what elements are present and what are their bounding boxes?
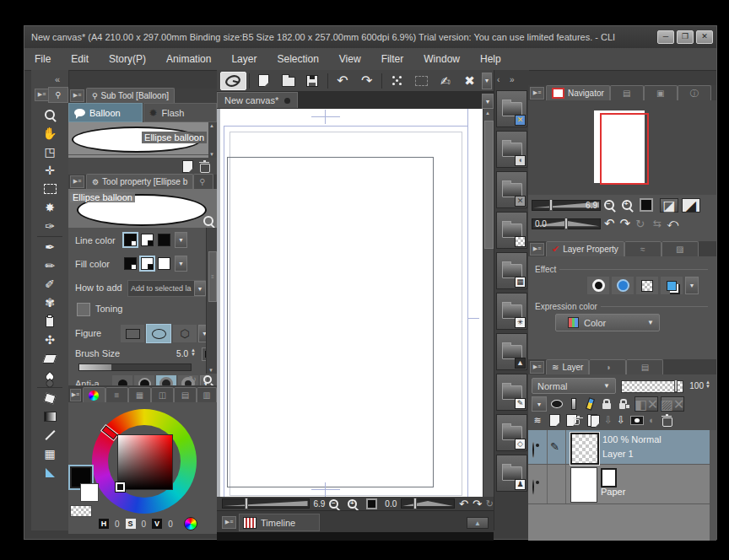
title-bar[interactable]: New canvas* (A4 210.00 x 297.00mm Bindin… [24, 26, 716, 48]
opacity-slider[interactable] [621, 380, 683, 393]
create-subtool-icon[interactable] [182, 160, 193, 173]
timeline-menu-icon[interactable]: ▶≡ [222, 516, 236, 529]
tool-panel-menu-icon[interactable]: ▶≡ [35, 89, 49, 101]
paint-button[interactable]: ✍ [433, 72, 457, 90]
tab-list-icon[interactable]: ▼ [482, 94, 494, 109]
hue-value[interactable]: 0 [115, 520, 120, 529]
brush-size-slider[interactable] [78, 363, 192, 371]
tool-figure[interactable] [35, 426, 65, 444]
material-folder-image-material[interactable]: ▲ [496, 333, 527, 370]
subtool-scrollbar[interactable]: ▲ ▼ [208, 122, 217, 158]
sv-cursor[interactable] [116, 482, 125, 492]
save-button[interactable] [300, 72, 325, 90]
dock-expand-icon[interactable]: » [510, 75, 515, 84]
navigator-rotate-left-icon[interactable]: ↶ [604, 216, 615, 231]
layer-property-tab[interactable]: ✔ Layer Property [546, 241, 624, 256]
material-folder-edit-material[interactable]: ✎ [496, 374, 527, 411]
zoom-slider[interactable] [222, 498, 310, 509]
layer1-name[interactable]: Layer 1 [602, 449, 634, 459]
scroll-up-icon[interactable]: ▲ [485, 110, 490, 116]
figure-rectangle-button[interactable] [121, 325, 144, 342]
layer-row-layer1[interactable]: ✎ 100 % Normal Layer 1 [528, 430, 710, 465]
color-slider-tab[interactable]: ≡ [105, 387, 128, 402]
new-folder-icon[interactable] [585, 413, 600, 427]
tool-blend[interactable] [35, 368, 65, 386]
snap-dots-button[interactable] [385, 72, 409, 90]
maximize-button[interactable]: ❐ [677, 30, 694, 44]
brush-size-value[interactable]: 5.0 [168, 349, 188, 358]
dock-collapse-icon[interactable]: ‹ [497, 75, 500, 84]
rotate-left-icon[interactable]: ↶ [459, 498, 468, 510]
layer-mask-oval-icon[interactable] [549, 397, 564, 411]
tool-settings-wrench-icon[interactable] [203, 375, 212, 384]
layer1-thumbnail[interactable] [570, 433, 599, 465]
brush-size-spinner[interactable]: ▲▼ [191, 348, 196, 357]
navigator-reset-view-icon[interactable]: ⤺ [667, 217, 678, 230]
quick-access-tab[interactable]: ▣ [644, 85, 678, 100]
subtool-group-tab-balloon[interactable]: Balloon [68, 103, 143, 122]
layer-property-menu-icon[interactable]: ▶≡ [530, 243, 544, 256]
subtool-panel-menu-icon[interactable]: ▶≡ [70, 89, 84, 102]
menu-animation[interactable]: Animation [156, 53, 221, 65]
reset-tool-icon[interactable]: ↻ [189, 374, 197, 385]
tool-move-layer[interactable]: ✛ [35, 161, 65, 180]
tool-gradient[interactable] [35, 407, 65, 426]
paper-name[interactable]: Paper [601, 487, 625, 497]
tool-property-scrollbar[interactable]: ≡ ▼ [206, 228, 217, 374]
border-effect-button[interactable] [587, 277, 609, 294]
navigator-zoom-in-icon[interactable]: + [622, 200, 632, 210]
fill-color-value-swatch[interactable] [158, 257, 170, 270]
brush-detail-tab[interactable]: ⚲ [193, 174, 213, 189]
new-file-button[interactable] [252, 72, 277, 90]
menu-filter[interactable]: Filter [371, 53, 414, 65]
clip-logo-button[interactable] [220, 72, 246, 90]
color-wheel-tab[interactable] [83, 387, 105, 402]
canvas-vscrollbar[interactable]: ▲ [483, 109, 494, 497]
tool-sparkle[interactable]: ✣ [35, 331, 65, 349]
scrollbar-thumb[interactable]: ≡ [208, 251, 217, 302]
tool-zoom[interactable] [35, 105, 65, 124]
fill-sub-color-swatch[interactable] [141, 257, 154, 270]
layer-panel-menu-icon[interactable]: ▶≡ [530, 361, 544, 374]
tool-operation[interactable]: ◳ [35, 143, 65, 161]
menu-story[interactable]: Story(P) [99, 53, 156, 65]
sv-square[interactable] [117, 434, 173, 490]
fill-main-color-swatch[interactable] [124, 257, 137, 270]
layer-row-paper[interactable]: Paper [528, 465, 710, 504]
menu-edit[interactable]: Edit [61, 53, 99, 65]
menu-window[interactable]: Window [413, 53, 470, 65]
figure-polygon-button[interactable]: ⬡ [173, 325, 197, 342]
material-folder-color-pattern[interactable]: ✕ [496, 90, 527, 127]
how-to-add-dropdown-icon[interactable]: ▼ [194, 281, 206, 296]
tool-property-menu-icon[interactable]: ▶≡ [70, 175, 84, 188]
onion-skin-tab[interactable]: ▨ [662, 241, 699, 256]
tool-auto-select[interactable]: ✸ [35, 198, 65, 217]
effect-dropdown-icon[interactable]: ▼ [685, 277, 699, 294]
transform-button[interactable]: ✖ [457, 72, 482, 90]
zoom-out-icon[interactable]: − [329, 499, 338, 509]
color-set-tab[interactable]: ▦ [128, 387, 151, 402]
layer-comp-tab[interactable]: ▤ [626, 359, 663, 374]
blend-mode-select[interactable]: Normal ▼ [532, 378, 616, 394]
color-mode-icon[interactable] [184, 517, 197, 530]
lock-transparent-icon[interactable] [617, 397, 632, 411]
subview-tab[interactable]: ▤ [610, 85, 644, 100]
tool-eraser[interactable] [35, 349, 65, 368]
fit-to-screen-icon[interactable] [366, 498, 377, 509]
navigator-fit-icon[interactable] [640, 198, 653, 212]
figure-ellipse-button[interactable] [146, 324, 171, 343]
material-folder-monochrome-pattern[interactable]: ◖ [496, 131, 527, 168]
create-mask-icon[interactable] [629, 414, 645, 426]
redo-button[interactable]: ↷ [354, 72, 379, 90]
navigator-menu-icon[interactable]: ▶≡ [530, 87, 544, 100]
navigator-preview[interactable] [528, 100, 716, 195]
menu-file[interactable]: File [24, 53, 61, 65]
how-to-add-select[interactable]: Add to selected la ▼ [127, 280, 207, 297]
tool-eyedropper[interactable]: ✑ [35, 217, 65, 235]
value-value[interactable]: 0 [168, 520, 173, 529]
transparent-color-swatch[interactable] [70, 505, 92, 517]
subtool-group-tab-flash[interactable]: ✹ Flash [143, 103, 218, 122]
navigator-view-outline[interactable] [600, 113, 649, 185]
fill-color-dropdown-icon[interactable]: ▼ [175, 256, 187, 272]
tool-brush[interactable]: ✐ [35, 275, 65, 293]
